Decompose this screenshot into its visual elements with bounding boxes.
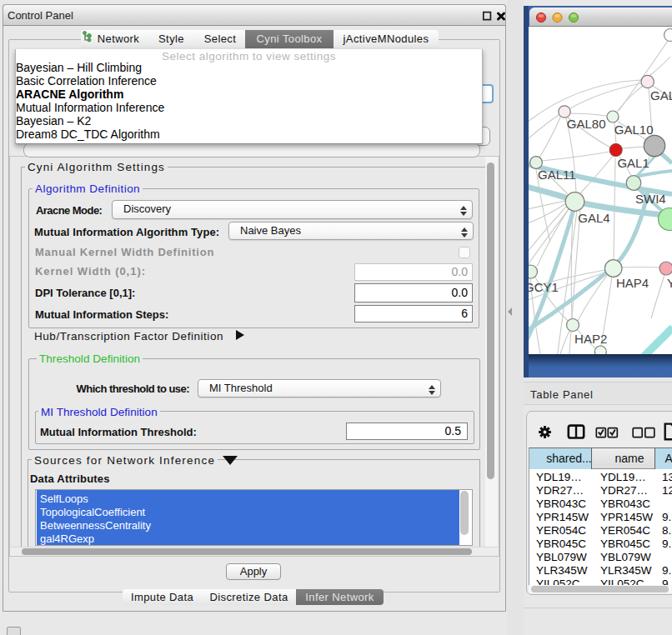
svg-text:SWI4: SWI4: [635, 192, 666, 206]
svg-text:GCY1: GCY1: [529, 280, 559, 294]
svg-text:HAP4: HAP4: [616, 276, 649, 290]
svg-text:GAL1: GAL1: [617, 156, 649, 170]
svg-text:GAL80: GAL80: [567, 117, 606, 131]
svg-text:GAL11: GAL11: [538, 168, 576, 182]
svg-text:HAP2: HAP2: [574, 332, 607, 346]
svg-text:GAL2: GAL2: [650, 88, 672, 102]
svg-text:YE: YE: [667, 276, 672, 290]
svg-text:GAL4: GAL4: [578, 211, 609, 225]
svg-text:GAL10: GAL10: [614, 122, 654, 137]
